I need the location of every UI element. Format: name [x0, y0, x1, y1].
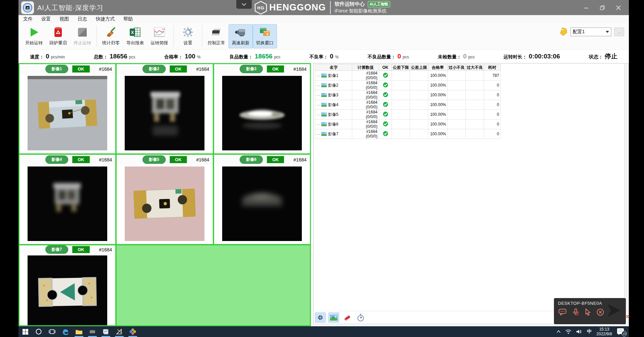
results-table: 名字计算数值OK公差下限公差上限合格率过小不良过大不良耗时 —影像1 #1684…: [315, 64, 501, 139]
camera-panel-2[interactable]: 影像2OK#1684: [117, 64, 212, 153]
config-select[interactable]: 配置1: [570, 28, 611, 36]
inspection-image-2: [117, 74, 212, 153]
tray-expand-icon[interactable]: [557, 330, 561, 333]
menu-view[interactable]: 视图: [59, 16, 69, 22]
table-row[interactable]: —影像1 #1684 (0/0/0) 100.00% 787: [315, 71, 501, 81]
ok-check-icon: [383, 131, 388, 136]
camera-panel-7[interactable]: 影像7OK#1684: [19, 245, 115, 325]
camera-panel-4[interactable]: 影像4OK#1684: [19, 155, 115, 244]
remote-arrow-logo-icon: [606, 303, 622, 318]
inspection-image-1: [19, 74, 115, 153]
brand-name: HENGGONG: [269, 2, 326, 13]
ok-check-icon: [383, 82, 388, 88]
export-report-button[interactable]: X 导出报表: [123, 24, 147, 48]
menu-file[interactable]: 文件: [23, 16, 33, 22]
ok-check-icon: [383, 121, 388, 127]
stopwatch-button[interactable]: [355, 312, 366, 323]
status-badge: OK: [267, 156, 284, 163]
vertical-scrollbar[interactable]: [624, 64, 628, 311]
edge-icon: [62, 328, 69, 335]
status-badge: OK: [72, 246, 90, 253]
close-session-icon[interactable]: [597, 308, 604, 316]
wifi-icon[interactable]: [565, 329, 571, 334]
menu-shortcuts[interactable]: 快捷方式: [96, 16, 115, 22]
volume-icon[interactable]: [576, 329, 582, 334]
camera-label-badge: 影像3: [240, 65, 263, 73]
thumbnail-icon: [321, 132, 327, 136]
toolbar-separator: [202, 26, 202, 47]
edge-button[interactable]: [59, 326, 72, 337]
svg-text:HG: HG: [257, 5, 265, 10]
cortana-button[interactable]: [32, 326, 45, 337]
brand-logo: HG HENGGONG: [254, 1, 326, 14]
table-header-row: 名字计算数值OK公差下限公差上限合格率过小不良过大不良耗时: [315, 64, 501, 71]
close-button[interactable]: [615, 4, 622, 11]
image-view-button[interactable]: [328, 312, 339, 323]
table-row[interactable]: —影像2 #1684 (0/0/0) 100.00% 0: [315, 81, 501, 90]
camera-panel-6[interactable]: 影像6OK#1684: [214, 155, 310, 244]
notification-center-button[interactable]: 10: [617, 328, 626, 335]
chat-icon[interactable]: [559, 309, 567, 316]
play-icon: [28, 26, 40, 38]
design-app-button[interactable]: [113, 326, 126, 337]
broom-icon: [105, 26, 117, 38]
camera-panel-1[interactable]: 影像1OK#1684: [19, 64, 115, 153]
chip-app-icon: [89, 329, 96, 334]
ruler-pencil-icon: [116, 329, 123, 335]
camera-panel-3[interactable]: 影像3OK#1684: [214, 64, 310, 153]
ime-indicator[interactable]: 中: [587, 329, 592, 335]
henggong-hexagon-icon: HG: [254, 1, 267, 14]
file-explorer-button[interactable]: [72, 326, 86, 337]
clock[interactable]: 15:13 2022/9/8: [596, 327, 612, 336]
settings-button[interactable]: 设置: [176, 24, 200, 48]
table-row[interactable]: —影像6 #1684 (0/0/0) 100.00% 0: [315, 119, 501, 129]
chip-app-button[interactable]: [86, 326, 99, 337]
microphone-muted-icon[interactable]: [572, 308, 579, 316]
table-row[interactable]: —影像5 #1684 (0/0/0) 100.00% 0: [315, 110, 501, 119]
camera-icon: [234, 26, 247, 38]
menu-settings[interactable]: 设置: [41, 16, 51, 22]
fit-view-button[interactable]: [315, 312, 326, 323]
chevron-down-icon: [242, 3, 246, 6]
camera-panel-5[interactable]: 影像5OK#1684: [117, 155, 212, 244]
ok-check-icon: [383, 111, 388, 117]
toolbar: 开始运转 回炉重启 停止运转 统计归零 X 导出报表 100% 运转简报: [18, 23, 629, 50]
status-badge: OK: [72, 156, 90, 163]
tools-button[interactable]: [342, 312, 353, 323]
collapse-tab[interactable]: [236, 0, 252, 9]
cortana-ring-icon: [36, 329, 42, 335]
switch-window-button[interactable]: 切换窗口: [253, 24, 277, 48]
more-config-button[interactable]: ...: [614, 28, 624, 36]
table-row[interactable]: —影像4 #1684 (0/0/0) 100.00% 0: [315, 100, 501, 110]
restore-button[interactable]: [599, 4, 606, 11]
titlebar: AI AI人工智能·深度学习 HG HENGGONG 软件运转中心 AI人工智能…: [18, 0, 629, 15]
svg-text:AI: AI: [27, 7, 29, 9]
minimize-button[interactable]: [582, 4, 590, 11]
control-normal-button[interactable]: 控制正常: [204, 24, 229, 48]
table-row[interactable]: —影像7 #1684 (0/0/0) 100.00% 0: [315, 129, 501, 139]
task-view-button[interactable]: [45, 326, 59, 337]
restart-button[interactable]: 回炉重启: [46, 24, 70, 48]
high-speed-refresh-button[interactable]: 高速刷新: [229, 24, 253, 48]
start-run-button[interactable]: 开始运转: [22, 24, 46, 48]
run-brief-button[interactable]: 100% 运转简报: [147, 24, 171, 48]
popup-expand-chevrons[interactable]: »: [626, 312, 629, 320]
title-center: HG HENGGONG 软件运转中心 AI人工智能 iForce 智能影像检测系…: [236, 0, 390, 15]
toolbar-separator: [173, 26, 174, 47]
toolbar-separator: [96, 26, 97, 47]
stat-status: 状态：停止: [589, 52, 617, 61]
stat-ng-count: 不良品数量：0pcs: [368, 53, 409, 60]
start-button[interactable]: [18, 326, 32, 337]
center-title: 软件运转中心: [335, 1, 365, 7]
stopwatch-icon: [357, 314, 364, 322]
cursor-icon[interactable]: [585, 308, 591, 316]
main-area: 影像1OK#1684 影像2OK#1684 影像3OK#1684 影像4OK#1…: [18, 63, 629, 326]
report-app-button[interactable]: [99, 326, 113, 337]
reset-stats-button[interactable]: 统计归零: [99, 24, 123, 48]
table-row[interactable]: —影像3 #1684 (0/0/0) 100.00% 0: [315, 90, 501, 100]
frame-count: #1684: [196, 157, 209, 162]
menu-help[interactable]: 帮助: [123, 16, 133, 22]
stop-run-button[interactable]: 停止运转: [70, 24, 94, 48]
menu-log[interactable]: 日志: [78, 16, 87, 22]
color-app-button[interactable]: [126, 326, 139, 337]
